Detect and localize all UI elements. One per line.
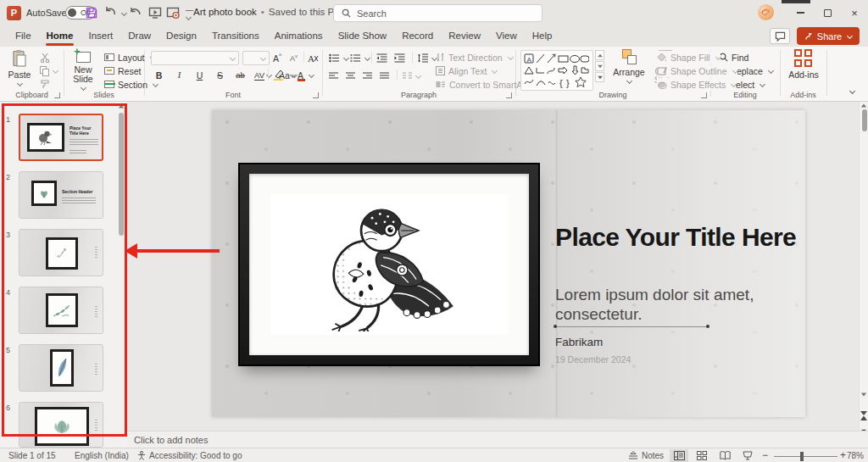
slide-3-thumbnail[interactable] [19, 229, 103, 276]
undo-icon[interactable] [103, 6, 117, 19]
align-center-icon[interactable] [346, 72, 356, 81]
decrease-indent-button[interactable] [376, 52, 387, 64]
tab-view[interactable]: View [488, 25, 525, 47]
numbering-button[interactable] [350, 52, 370, 64]
tab-home[interactable]: Home [39, 25, 81, 47]
zoom-level[interactable]: 78% [847, 451, 864, 460]
slide-date-text[interactable]: 19 December 2024 [555, 354, 631, 365]
tab-record[interactable]: Record [394, 25, 441, 47]
tab-design[interactable]: Design [159, 25, 204, 47]
shape-fill-button[interactable]: Shape Fill [657, 51, 721, 64]
scroll-down-icon[interactable] [861, 393, 866, 397]
paste-button[interactable]: Paste [5, 49, 34, 86]
tab-review[interactable]: Review [441, 25, 488, 47]
align-text-button[interactable]: Align Text [436, 64, 497, 77]
panel-scroll-up-icon[interactable] [119, 105, 124, 109]
slideshow-setup-icon[interactable] [166, 6, 180, 19]
thumbnail-panel-scrollbar[interactable] [117, 102, 125, 448]
document-title[interactable]: Art photo book•Saved to this PC [193, 7, 351, 17]
redo-icon[interactable] [129, 6, 142, 19]
slide-5-thumbnail[interactable] [19, 344, 103, 392]
search-input[interactable]: Search [333, 4, 542, 22]
increase-indent-button[interactable] [394, 52, 405, 64]
text-direction-button[interactable]: Text Direction [436, 51, 513, 64]
language-status[interactable]: English (India) [75, 451, 129, 460]
tab-transitions[interactable]: Transitions [204, 25, 267, 47]
maximize-button[interactable] [815, 0, 840, 25]
paragraph-dialog-launcher-icon[interactable] [506, 92, 512, 98]
underline-button[interactable]: U [193, 68, 206, 82]
slide-1-thumbnail[interactable]: Place Your Title Here [19, 114, 103, 161]
font-dialog-launcher-icon[interactable] [313, 92, 319, 98]
bold-button[interactable]: B [153, 68, 165, 82]
tab-slide-show[interactable]: Slide Show [331, 25, 395, 47]
undo-dropdown-icon[interactable] [121, 10, 127, 16]
shapes-scroll-down-icon[interactable] [595, 61, 604, 71]
text-highlight-button[interactable] [273, 69, 295, 81]
find-button[interactable]: Find [719, 51, 748, 64]
slide-footer-text[interactable]: Fabrikam [555, 336, 603, 348]
accessibility-status[interactable]: Accessibility: Good to go [149, 451, 242, 460]
justify-icon[interactable] [380, 72, 390, 81]
tab-file[interactable]: File [8, 25, 39, 47]
zoom-slider-track[interactable] [774, 456, 837, 457]
tab-help[interactable]: Help [525, 25, 560, 47]
clipboard-dialog-launcher-icon[interactable] [54, 92, 60, 98]
addins-button[interactable]: Add-ins [787, 49, 821, 80]
font-size-select[interactable] [242, 51, 270, 65]
start-slideshow-icon[interactable] [148, 6, 162, 19]
new-slide-button[interactable]: + New Slide [67, 49, 99, 90]
shrink-font-button[interactable]: Av [290, 52, 298, 64]
share-button[interactable]: Share [797, 27, 860, 45]
line-spacing-button[interactable] [417, 52, 437, 64]
shapes-more-icon[interactable] [595, 72, 604, 82]
slide-number-status[interactable]: Slide 1 of 15 [8, 451, 56, 460]
bullets-button[interactable] [329, 52, 348, 64]
slideshow-view-button[interactable] [738, 449, 757, 462]
shapes-gallery[interactable]: A { [520, 50, 593, 91]
clear-formatting-button[interactable]: A [308, 52, 319, 64]
zoom-in-button[interactable]: + [840, 449, 846, 461]
scroll-up-icon[interactable] [861, 104, 866, 108]
align-right-icon[interactable] [363, 72, 373, 81]
columns-button[interactable] [403, 70, 420, 82]
notes-toggle-button[interactable]: Notes [628, 451, 664, 460]
font-name-select[interactable] [151, 51, 239, 65]
align-left-icon[interactable] [329, 72, 339, 81]
zoom-out-button[interactable]: − [762, 449, 768, 461]
slide-6-thumbnail[interactable] [19, 402, 103, 448]
main-scrollbar-thumb[interactable] [862, 109, 867, 131]
font-color-button[interactable]: A [298, 69, 314, 81]
zoom-slider-thumb[interactable] [800, 452, 804, 461]
shape-effects-button[interactable]: Shape Effects [657, 78, 736, 91]
slide-subtitle-text[interactable]: Lorem ipsum dolor sit amet, consectetur. [555, 285, 797, 324]
reset-button[interactable]: Reset [104, 64, 141, 77]
account-avatar[interactable] [758, 4, 774, 20]
strikethrough-button[interactable]: S [214, 68, 226, 82]
cut-button[interactable] [40, 51, 51, 64]
slide-4-thumbnail[interactable] [19, 287, 103, 334]
italic-button[interactable]: I [173, 68, 186, 82]
tab-draw[interactable]: Draw [120, 25, 159, 47]
panel-scrollbar-thumb[interactable] [119, 113, 124, 236]
main-vertical-scrollbar[interactable] [859, 102, 868, 431]
customize-qat-icon[interactable] [186, 10, 193, 16]
slide-canvas[interactable]: Place Your Title Here Lorem ipsum dolor … [212, 110, 805, 417]
drawing-dialog-launcher-icon[interactable] [701, 92, 707, 98]
slide-2-thumbnail[interactable]: Section Header [19, 171, 103, 219]
comments-button[interactable] [770, 28, 790, 44]
shape-outline-button[interactable]: Shape Outline [657, 64, 737, 77]
tab-animations[interactable]: Animations [267, 25, 331, 47]
slide-thumbnail-panel[interactable]: 1 Place Your Title Here 2 Section Header… [0, 102, 127, 448]
grow-font-button[interactable]: A^ [273, 52, 281, 64]
strikethrough-alt-button[interactable]: ab [234, 68, 247, 82]
powerpoint-app-icon[interactable]: P [7, 6, 21, 20]
collapse-ribbon-icon[interactable] [849, 88, 855, 94]
minimize-button[interactable] [787, 0, 813, 25]
arrange-button[interactable]: Arrange [610, 49, 648, 83]
reading-view-button[interactable] [715, 449, 734, 462]
slide-sorter-view-button[interactable] [693, 449, 711, 462]
save-icon[interactable] [85, 6, 98, 19]
close-button[interactable]: × [842, 0, 867, 25]
slide-title-text[interactable]: Place Your Title Here [555, 223, 814, 251]
